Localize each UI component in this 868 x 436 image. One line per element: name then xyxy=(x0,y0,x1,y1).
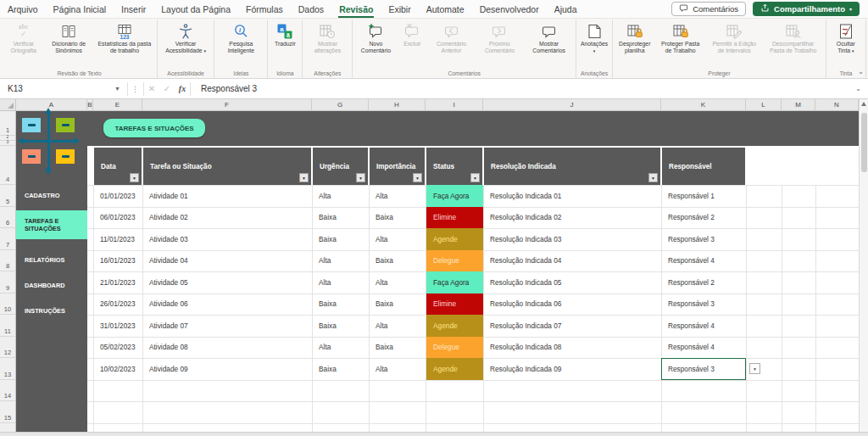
share-button[interactable]: Compartilhamento ▾ xyxy=(753,2,860,16)
ribbon-button-pesquisa-inteligente[interactable]: iPesquisa Inteligente xyxy=(216,20,265,54)
cell-tarefa[interactable]: Atividade 06 xyxy=(142,293,312,316)
menu-tab-desenvolvedor[interactable]: Desenvolvedor xyxy=(472,0,547,19)
sidebar-item-tarefas-e-situa-es[interactable]: TAREFAS E SITUAÇÕES xyxy=(16,210,87,239)
menu-tab-página-inicial[interactable]: Página Inicial xyxy=(46,0,114,19)
filter-dropdown-icon[interactable]: ▼ xyxy=(413,173,422,182)
menu-tab-fórmulas[interactable]: Fórmulas xyxy=(238,0,291,19)
status-cell[interactable]: Elimine xyxy=(426,293,483,316)
cell-responsavel[interactable]: Responsável 3 xyxy=(661,228,746,250)
cell-tarefa[interactable]: Atividade 09 xyxy=(142,358,312,380)
sidebar-item-relat-rios[interactable]: RELATÓRIOS xyxy=(16,251,87,270)
cell-importancia[interactable]: Baixa xyxy=(369,250,426,272)
scrollbar-thumb[interactable] xyxy=(861,113,867,172)
cell-resolucao[interactable]: Resolução Indicada 03 xyxy=(483,228,661,250)
formula-bar-expand-icon[interactable]: ⌄ xyxy=(855,85,861,92)
filter-dropdown-icon[interactable]: ▼ xyxy=(470,173,480,182)
filter-dropdown-icon[interactable]: ▼ xyxy=(648,173,658,182)
table-header-urgência[interactable]: Urgência▼ xyxy=(313,148,368,185)
confirm-entry-icon[interactable]: ✓ xyxy=(159,84,175,93)
vertical-scrollbar[interactable] xyxy=(859,99,868,432)
cell-importancia[interactable]: Alta xyxy=(369,185,426,207)
cell-importancia[interactable]: Baixa xyxy=(369,293,426,316)
filter-dropdown-icon[interactable]: ▼ xyxy=(299,173,309,182)
column-header-B[interactable]: B xyxy=(87,99,93,111)
column-header-H[interactable]: H xyxy=(369,99,426,111)
cell-data[interactable]: 16/01/2023 xyxy=(93,250,142,272)
table-header-importância[interactable]: Importância▼ xyxy=(370,148,425,185)
row-header-8[interactable]: 8 xyxy=(0,250,15,272)
table-header-resolução-indicada[interactable]: Resolução Indicada▼ xyxy=(484,148,660,185)
insert-function-icon[interactable]: fx xyxy=(175,84,190,93)
cell-responsavel[interactable]: Responsável 4 xyxy=(661,315,746,337)
cell-importancia[interactable]: Baixa xyxy=(369,207,426,229)
ribbon-button-permitir-a-edição-de-intervalos[interactable]: Permitir a Edição de Intervalos xyxy=(706,20,763,54)
sidebar-item-dashboard[interactable]: DASHBOARD xyxy=(16,277,87,295)
cell-tarefa[interactable]: Atividade 08 xyxy=(142,337,312,359)
scroll-up-icon[interactable] xyxy=(861,102,866,106)
ribbon-button-ocultar-tinta[interactable]: Ocultar Tinta ▾ xyxy=(828,20,864,54)
data-validation-dropdown-icon[interactable]: ▼ xyxy=(749,363,760,374)
cell-resolucao[interactable]: Resolução Indicada 08 xyxy=(483,337,661,359)
column-header-F[interactable]: F xyxy=(142,99,312,111)
cell-tarefa[interactable]: Atividade 07 xyxy=(142,315,312,337)
ribbon-button-novo-comentário[interactable]: Novo Comentário xyxy=(354,20,397,54)
cell-resolucao[interactable]: Resolução Indicada 06 xyxy=(483,293,661,316)
ribbon-button-verificar-acessibilidade[interactable]: Verificar Acessibilidade ▾ xyxy=(159,20,212,54)
cell-importancia[interactable]: Alta xyxy=(369,315,426,337)
ribbon-button-descompartilhar-pasta-de-trabalho[interactable]: Descompartilhar Pasta de Trabalho xyxy=(763,20,824,54)
ribbon-button-desproteger-planilha[interactable]: Desproteger planilha xyxy=(615,20,654,54)
cell-resolucao[interactable]: Resolução Indicada 01 xyxy=(483,185,661,207)
row-header-10[interactable]: 10 xyxy=(0,293,15,316)
cell-urgencia[interactable]: Alta xyxy=(312,185,369,207)
cell-resolucao[interactable]: Resolução Indicada 04 xyxy=(483,250,661,272)
status-cell[interactable]: Elimine xyxy=(426,207,483,229)
cell-data[interactable]: 11/01/2023 xyxy=(93,228,142,250)
row-header-5[interactable]: 5 xyxy=(0,185,15,207)
status-cell[interactable]: Delegue xyxy=(426,337,483,359)
cell-resolucao[interactable]: Resolução Indicada 02 xyxy=(483,207,661,229)
row-header-11[interactable]: 11 xyxy=(0,315,15,337)
column-header-M[interactable]: M xyxy=(782,99,815,111)
cell-importancia[interactable]: Alta xyxy=(369,358,426,380)
menu-tab-revisão[interactable]: Revisão xyxy=(331,0,381,19)
cell-resolucao[interactable]: Resolução Indicada 05 xyxy=(483,271,661,293)
ribbon-button-próximo-comentário[interactable]: Próximo Comentário xyxy=(476,20,525,54)
name-box[interactable]: K13 ▼ xyxy=(0,79,127,98)
cell-urgencia[interactable]: Alta xyxy=(312,271,369,293)
column-header-E[interactable]: E xyxy=(93,99,142,111)
ribbon-button-anotações[interactable]: Anotações ▾ xyxy=(578,20,610,54)
row-header-9[interactable]: 9 xyxy=(0,271,15,293)
row-header-15[interactable]: 15 xyxy=(0,401,15,423)
cell-urgencia[interactable]: Baixa xyxy=(312,207,369,229)
sidebar-item-instru-es[interactable]: INSTRUÇÕES xyxy=(16,302,87,321)
cell-responsavel[interactable]: Responsável 3 xyxy=(661,293,746,316)
row-header-14[interactable]: 14 xyxy=(0,380,15,402)
ribbon-button-estatísticas-da-pasta-de-trabalho[interactable]: 123Estatísticas da pasta de trabalho xyxy=(94,20,155,54)
cell-urgencia[interactable]: Baixa xyxy=(312,358,369,380)
cell-data[interactable]: 06/01/2023 xyxy=(93,207,142,229)
row-header-4[interactable]: 4 xyxy=(0,146,15,185)
status-cell[interactable]: Faça Agora xyxy=(426,185,483,207)
cell-data[interactable]: 01/01/2023 xyxy=(93,185,142,207)
table-header-tarefa-ou-situação[interactable]: Tarefa ou Situação▼ xyxy=(143,148,311,185)
cell-importancia[interactable]: Baixa xyxy=(369,337,426,359)
row-header-7[interactable]: 7 xyxy=(0,228,15,250)
cell-data[interactable]: 10/02/2023 xyxy=(93,358,142,380)
column-header-L[interactable]: L xyxy=(746,99,782,111)
sidebar-item-cadastro[interactable]: CADASTRO xyxy=(16,185,87,206)
menu-tab-exibir[interactable]: Exibir xyxy=(381,0,418,19)
cell-importancia[interactable]: Alta xyxy=(369,228,426,250)
cell-urgencia[interactable]: Baixa xyxy=(312,228,369,250)
cell-resolucao[interactable]: Resolução Indicada 07 xyxy=(483,315,661,337)
column-header-A[interactable]: A xyxy=(16,99,87,111)
cell-data[interactable]: 21/01/2023 xyxy=(93,271,142,293)
table-header-data[interactable]: Data▼ xyxy=(94,148,142,185)
cell-resolucao[interactable]: Resolução Indicada 09 xyxy=(483,358,661,380)
cell-tarefa[interactable]: Atividade 02 xyxy=(142,207,312,229)
ribbon-button-excluir[interactable]: Excluir xyxy=(397,20,427,48)
ribbon-button-mostrar-comentários[interactable]: Mostrar Comentários xyxy=(524,20,574,54)
column-header-G[interactable]: G xyxy=(312,99,369,111)
cell-tarefa[interactable]: Atividade 01 xyxy=(142,185,312,207)
comments-button[interactable]: Comentários xyxy=(671,2,746,16)
cell-urgencia[interactable]: Baixa xyxy=(312,293,369,316)
